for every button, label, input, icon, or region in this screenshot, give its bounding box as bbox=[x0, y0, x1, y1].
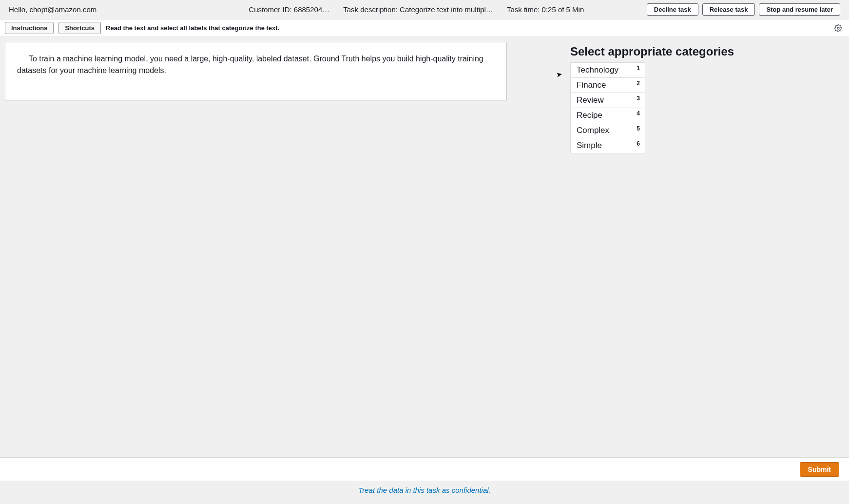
shortcuts-button[interactable]: Shortcuts bbox=[58, 22, 101, 34]
category-item-recipe[interactable]: Recipe 4 bbox=[570, 108, 645, 123]
submit-button[interactable]: Submit bbox=[800, 462, 839, 477]
category-list: Technology 1 Finance 2 Review 3 Recipe 4… bbox=[570, 62, 734, 153]
task-description-text: Task description: Categorize text into m… bbox=[343, 5, 493, 14]
release-task-button[interactable]: Release task bbox=[702, 3, 755, 16]
instructions-button[interactable]: Instructions bbox=[5, 22, 54, 34]
category-panel: Select appropriate categories Technology… bbox=[570, 42, 734, 153]
customer-id-text: Customer ID: 6885204… bbox=[249, 5, 329, 14]
category-item-technology[interactable]: Technology 1 bbox=[570, 62, 645, 78]
category-shortcut-key: 4 bbox=[637, 110, 640, 117]
category-item-finance[interactable]: Finance 2 bbox=[570, 77, 645, 93]
submit-bar: Submit bbox=[0, 457, 849, 481]
category-panel-title: Select appropriate categories bbox=[570, 45, 734, 58]
header-buttons: Decline task Release task Stop and resum… bbox=[647, 3, 840, 16]
task-time-text: Task time: 0:25 of 5 Min bbox=[507, 5, 584, 14]
workspace: To train a machine learning model, you n… bbox=[0, 37, 849, 466]
header-bar: Hello, chopt@amazon.com Customer ID: 688… bbox=[0, 0, 849, 19]
svg-point-0 bbox=[837, 27, 839, 29]
category-label: Recipe bbox=[577, 111, 602, 120]
category-shortcut-key: 6 bbox=[637, 140, 640, 147]
category-item-complex[interactable]: Complex 5 bbox=[570, 123, 645, 138]
task-text-panel: To train a machine learning model, you n… bbox=[5, 42, 507, 100]
settings-gear-icon[interactable] bbox=[834, 24, 842, 32]
category-item-simple[interactable]: Simple 6 bbox=[570, 138, 645, 153]
category-label: Finance bbox=[577, 80, 606, 90]
confidential-notice: Treat the data in this task as confident… bbox=[0, 483, 849, 497]
category-item-review[interactable]: Review 3 bbox=[570, 93, 645, 108]
task-text: To train a machine learning model, you n… bbox=[17, 53, 495, 76]
decline-task-button[interactable]: Decline task bbox=[647, 3, 698, 16]
category-shortcut-key: 1 bbox=[637, 65, 640, 72]
category-label: Technology bbox=[577, 65, 618, 75]
header-info-group: Customer ID: 6885204… Task description: … bbox=[249, 5, 584, 14]
toolbar-hint-text: Read the text and select all labels that… bbox=[106, 24, 279, 32]
category-shortcut-key: 5 bbox=[637, 125, 640, 132]
category-label: Complex bbox=[577, 126, 609, 135]
stop-resume-button[interactable]: Stop and resume later bbox=[759, 3, 840, 16]
greeting-text: Hello, chopt@amazon.com bbox=[9, 5, 96, 14]
category-shortcut-key: 3 bbox=[637, 95, 640, 102]
category-shortcut-key: 2 bbox=[637, 80, 640, 87]
toolbar: Instructions Shortcuts Read the text and… bbox=[0, 19, 849, 37]
category-label: Simple bbox=[577, 141, 602, 150]
category-label: Review bbox=[577, 95, 604, 105]
